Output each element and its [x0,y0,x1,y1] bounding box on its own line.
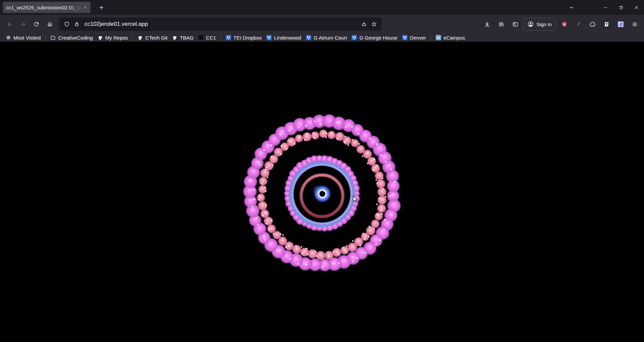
library-button[interactable] [495,18,507,30]
tab-list-chevron-icon [569,5,574,10]
minimize-button[interactable] [598,0,613,15]
menu-icon [632,21,638,27]
bookmark-star-button[interactable] [369,19,379,29]
forward-icon [20,21,26,27]
bookmark-item[interactable]: Denver [400,35,428,41]
home-icon [47,21,53,27]
extensions-puzzle-icon [590,21,595,27]
bookmarks-toolbar: Most VisitedCreativeCodingMy ReposCTech … [0,34,644,42]
t-blue-extension-icon: T [618,21,624,27]
bookmark-item[interactable]: HSeCampus [433,35,467,41]
bookmark-item[interactable]: CreativeCoding [48,35,95,41]
reload-icon [34,21,39,27]
sidebar-button[interactable] [509,18,521,30]
svg-text:HS: HS [437,36,440,39]
forward-button[interactable] [17,18,29,30]
bookmark-label: Most Visited [13,35,41,41]
url-bar[interactable]: cc102jende01.vercel.app [59,17,382,31]
hs-icon: HS [436,35,441,40]
github-icon [138,35,143,40]
page-content-canvas[interactable] [0,42,644,342]
bookmark-label: CreativeCoding [58,35,93,41]
nav-buttons [3,18,56,30]
dropbox-icon [352,35,357,40]
reload-button[interactable] [30,18,42,30]
bookmark-label: Lindenwood [274,35,301,41]
dropbox-icon [402,35,408,40]
extensions-puzzle-button[interactable] [586,18,598,30]
t-blue-extension-button[interactable]: T [614,18,627,30]
bookmark-label: My Repos [105,35,128,41]
tab-title: cc1_ws2526_submission02.01_jende [6,5,82,10]
shield-lock-extension-icon [561,21,567,27]
downloads-icon [484,21,490,27]
close-button[interactable] [629,0,644,15]
bookmark-item[interactable]: My Repos [95,35,130,41]
bookmarks-separator [132,35,133,41]
account-icon [528,21,534,27]
bookmark-label: G George House [359,35,397,41]
bookmark-item[interactable]: CTech Git [135,35,170,41]
bookmark-item[interactable]: G Atrium Court [304,35,349,41]
maximize-restore-icon [619,5,623,10]
urlbar-trailing-icons [359,19,379,29]
shield-button[interactable] [62,19,72,29]
gear-icon [6,35,11,40]
core-speck [321,197,322,198]
bookmark-item[interactable]: Most Visited [3,35,43,41]
pen-extension-button[interactable] [572,18,584,30]
back-icon [7,21,12,27]
bookmarks-separator [221,35,221,41]
back-button[interactable] [3,18,15,30]
sign-in-button[interactable]: Sign in [523,18,556,31]
bookmark-star-icon [371,21,377,27]
browser-tab[interactable]: cc1_ws2526_submission02.01_jende [3,2,91,13]
close-icon [634,5,639,10]
shield-lock-extension-button[interactable] [558,18,570,30]
bookmark-label: G Atrium Court [314,35,347,41]
folder-icon [50,35,56,40]
new-tab-button[interactable] [96,2,107,13]
bookmark-item[interactable]: TEI Dropbox [223,35,264,41]
maximize-restore-button[interactable] [613,0,629,15]
t-document-extension-icon [604,21,609,27]
dropbox-icon [266,35,272,40]
toolbar-right-cluster: Sign in T [481,18,641,31]
minimize-icon [603,5,608,10]
downloads-button[interactable] [481,18,493,30]
titlebar: cc1_ws2526_submission02.01_jende [0,0,644,15]
generative-rings-artwork [0,42,644,342]
home-button[interactable] [44,18,56,30]
github-icon [98,35,103,40]
menu-button[interactable] [629,18,641,30]
bookmark-item[interactable]: Lindenwood [264,35,304,41]
save-page-icon [361,21,367,27]
bookmarks-separator [431,35,431,41]
urlbar-leading-icons [62,19,82,29]
lock-button[interactable] [72,19,82,29]
t-document-extension-button[interactable] [600,18,612,30]
url-text[interactable]: cc102jende01.vercel.app [85,21,358,27]
dropbox-icon [226,35,231,40]
bookmark-label: TBAG [180,35,194,41]
lock-icon [74,21,79,27]
tab-close-button[interactable] [82,4,89,11]
bookmark-item[interactable]: CC1 [196,35,218,41]
toolbar-action-buttons [481,18,521,30]
dropbox-icon [306,35,311,40]
dark-icon [198,35,204,40]
bookmark-label: CTech Git [145,35,167,41]
core-speck [323,190,325,192]
bookmark-item[interactable]: G George House [349,35,399,41]
bookmark-label: eCampus [443,35,465,41]
svg-text:T: T [620,22,622,26]
pen-extension-icon [576,21,581,27]
github-icon [172,35,177,40]
save-page-button[interactable] [359,19,369,29]
bookmark-label: TEI Dropbox [233,35,262,41]
bookmark-item[interactable]: TBAG [170,35,196,41]
tab-list-chevron-button[interactable] [564,0,579,15]
sidebar-icon [513,21,518,27]
bookmarks-separator [45,35,46,41]
shield-icon [64,21,69,27]
